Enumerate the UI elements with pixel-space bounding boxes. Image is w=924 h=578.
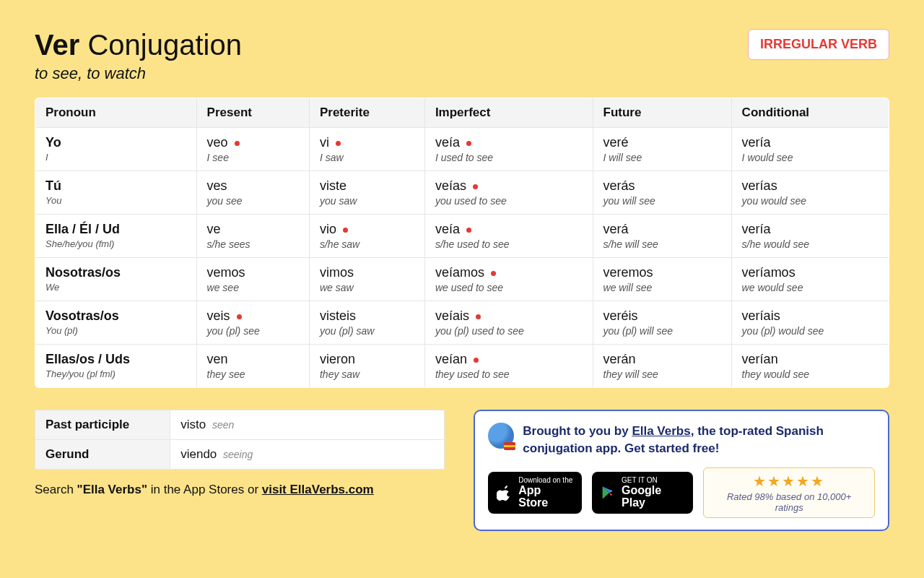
gerund-label: Gerund xyxy=(35,440,170,470)
apple-icon xyxy=(497,485,513,501)
star-icons: ★★★★★ xyxy=(715,473,863,490)
conjugation-cell: veríamoswe would see xyxy=(731,258,889,301)
irregular-badge: IRREGULAR VERB xyxy=(748,29,889,60)
irregular-dot-icon xyxy=(473,184,478,189)
conjugation-cell: verás/he will see xyxy=(593,215,731,258)
conjugation-cell: veo I see xyxy=(196,128,309,171)
conjugation-cell: veréisyou (pl) will see xyxy=(593,301,731,345)
conjugation-cell: vesyou see xyxy=(196,171,309,215)
column-header: Preterite xyxy=(309,98,424,128)
irregular-dot-icon xyxy=(336,141,341,146)
conjugation-cell: visteisyou (pl) saw xyxy=(309,301,424,345)
irregular-dot-icon xyxy=(466,141,471,146)
conjugation-cell: veían they used to see xyxy=(424,345,593,388)
conjugation-cell: veremoswe will see xyxy=(593,258,731,301)
play-icon xyxy=(601,485,616,501)
conjugation-cell: vieronthey saw xyxy=(309,345,424,388)
conjugation-cell: vemoswe see xyxy=(196,258,309,301)
table-row: Nosotras/osWevemoswe seevimoswe sawveíam… xyxy=(35,258,889,301)
promo-box: Brought to you by Ella Verbs, the top-ra… xyxy=(474,410,889,531)
google-play-button[interactable]: GET IT ONGoogle Play xyxy=(592,472,693,514)
forms-table: Past participle visto seen Gerund viendo… xyxy=(35,410,445,470)
pronoun-cell: Ellas/os / UdsThey/you (pl fml) xyxy=(35,345,197,388)
conjugation-cell: vi I saw xyxy=(309,128,424,171)
column-header: Pronoun xyxy=(35,98,197,128)
conjugation-cell: ves/he sees xyxy=(196,215,309,258)
promo-text: Brought to you by Ella Verbs, the top-ra… xyxy=(523,423,875,457)
pronoun-cell: Ella / Él / UdShe/he/you (fml) xyxy=(35,215,197,258)
conjugation-cell: veis you (pl) see xyxy=(196,301,309,345)
conjugation-cell: verías/he would see xyxy=(731,215,889,258)
ella-verbs-link[interactable]: Ella Verbs xyxy=(632,424,690,438)
gerund-value: viendo seeing xyxy=(170,440,445,470)
conjugation-cell: veríasyou would see xyxy=(731,171,889,215)
conjugation-cell: veías you used to see xyxy=(424,171,593,215)
pronoun-cell: TúYou xyxy=(35,171,197,215)
rating-text: Rated 98% based on 10,000+ ratings xyxy=(715,491,863,513)
pronoun-cell: Vosotras/osYou (pl) xyxy=(35,301,197,345)
pronoun-cell: Nosotras/osWe xyxy=(35,258,197,301)
conjugation-cell: veía s/he used to see xyxy=(424,215,593,258)
conjugation-cell: venthey see xyxy=(196,345,309,388)
table-row: YoIveo I seevi I sawveía I used to seeve… xyxy=(35,128,889,171)
conjugation-cell: veréI will see xyxy=(593,128,731,171)
conjugation-cell: visteyou saw xyxy=(309,171,424,215)
irregular-dot-icon xyxy=(466,228,471,233)
app-store-button[interactable]: Download on theApp Store xyxy=(488,472,582,514)
rating-box: ★★★★★ Rated 98% based on 10,000+ ratings xyxy=(703,467,875,518)
irregular-dot-icon xyxy=(343,228,348,233)
ellaverbs-link[interactable]: visit EllaVerbs.com xyxy=(262,483,374,496)
irregular-dot-icon xyxy=(491,271,496,276)
conjugation-cell: verásyou will see xyxy=(593,171,731,215)
conjugation-cell: veríaisyou (pl) would see xyxy=(731,301,889,345)
column-header: Conditional xyxy=(731,98,889,128)
verb-name: Ver xyxy=(35,29,79,61)
conjugation-cell: veríanthey would see xyxy=(731,345,889,388)
conjugation-cell: veíais you (pl) used to see xyxy=(424,301,593,345)
title-suffix: Conjugation xyxy=(79,29,242,61)
search-note: Search "Ella Verbs" in the App Stores or… xyxy=(35,483,445,497)
conjugation-cell: veía I used to see xyxy=(424,128,593,171)
page-title: Ver Conjugation xyxy=(35,29,242,61)
column-header: Imperfect xyxy=(424,98,593,128)
irregular-dot-icon xyxy=(474,358,479,363)
conjugation-table: PronounPresentPreteriteImperfectFutureCo… xyxy=(35,98,889,388)
table-row: TúYouvesyou seevisteyou sawveías you use… xyxy=(35,171,889,215)
column-header: Present xyxy=(196,98,309,128)
pronoun-cell: YoI xyxy=(35,128,197,171)
table-row: Ellas/os / UdsThey/you (pl fml)venthey s… xyxy=(35,345,889,388)
conjugation-cell: vimoswe saw xyxy=(309,258,424,301)
table-row: Ella / Él / UdShe/he/you (fml)ves/he see… xyxy=(35,215,889,258)
app-icon xyxy=(488,423,514,449)
irregular-dot-icon xyxy=(235,141,240,146)
conjugation-cell: veríaI would see xyxy=(731,128,889,171)
irregular-dot-icon xyxy=(476,314,481,319)
conjugation-cell: veránthey will see xyxy=(593,345,731,388)
conjugation-cell: veíamos we used to see xyxy=(424,258,593,301)
conjugation-cell: vio s/he saw xyxy=(309,215,424,258)
verb-translation: to see, to watch xyxy=(35,64,242,83)
irregular-dot-icon xyxy=(237,314,242,319)
column-header: Future xyxy=(593,98,731,128)
past-participle-label: Past participle xyxy=(35,410,170,440)
table-row: Vosotras/osYou (pl)veis you (pl) seevist… xyxy=(35,301,889,345)
past-participle-value: visto seen xyxy=(170,410,445,440)
